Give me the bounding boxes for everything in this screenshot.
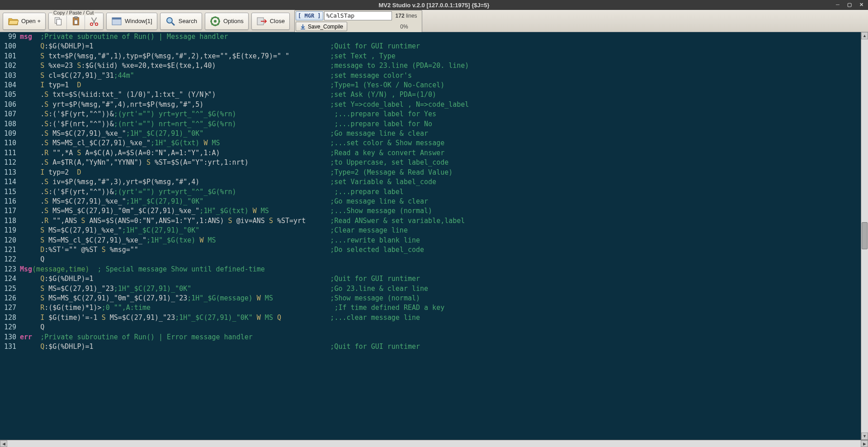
- code-line[interactable]: 109 .S MS=$C(27,91)_%xe_";1H"_$C(27,91)_…: [0, 129, 861, 138]
- svg-rect-8: [112, 18, 121, 19]
- code-line[interactable]: 115 .S:('$F(yrt,"^"))&;(yrt'="") yrt=yrt…: [0, 187, 861, 197]
- open-icon: [8, 16, 19, 27]
- close-label: Close: [270, 18, 285, 24]
- code-line[interactable]: 126 S MS=MS_$C(27,91)_"0m"_$C(27,91)_"23…: [0, 294, 861, 303]
- scroll-thumb[interactable]: [862, 222, 868, 249]
- search-button[interactable]: Search: [160, 13, 202, 30]
- line-number: 118: [0, 216, 20, 226]
- open-button[interactable]: Open +: [3, 13, 46, 30]
- line-number: 128: [0, 313, 20, 323]
- namespace-badge[interactable]: [ MGR ]: [296, 11, 323, 20]
- line-number: 117: [0, 206, 20, 216]
- svg-point-9: [167, 18, 172, 23]
- hscroll-track[interactable]: [7, 440, 861, 447]
- line-number: 122: [0, 255, 20, 264]
- line-number: 109: [0, 129, 20, 138]
- code-line[interactable]: 104 I typ=1 D ;Type=1 (Yes-OK / No-Cance…: [0, 81, 861, 90]
- search-icon: [165, 16, 176, 27]
- line-number: 100: [0, 42, 20, 51]
- code-line[interactable]: 125 S MS=$C(27,91)_"23;1H"_$C(27,91)_"0K…: [0, 284, 861, 294]
- paste-icon: [71, 16, 81, 26]
- line-number: 131: [0, 342, 20, 352]
- line-number: 114: [0, 177, 20, 187]
- line-number: 123: [0, 265, 20, 274]
- code-line[interactable]: 113 I typ=2 D ;Type=2 (Message & Read Va…: [0, 168, 861, 177]
- scroll-up-icon[interactable]: ▲: [861, 32, 868, 39]
- code-line[interactable]: 101 S txt=$P(%msg,"#",1),typ=$P(%msg,"#"…: [0, 52, 861, 61]
- line-number: 106: [0, 100, 20, 109]
- code-line[interactable]: 128 I $G(time)'=-1 S MS=$C(27,91)_"23;1H…: [0, 313, 861, 323]
- code-line[interactable]: 122 Q: [0, 255, 861, 264]
- code-line[interactable]: 106 .S yrt=$P(%msg,"#",4),nrt=$P(%msg,"#…: [0, 100, 861, 109]
- line-number: 105: [0, 90, 20, 100]
- svg-point-11: [214, 20, 217, 23]
- line-number: 120: [0, 236, 20, 245]
- copy-icon: [53, 16, 63, 26]
- svg-rect-4: [74, 20, 77, 24]
- code-line[interactable]: 131 Q:$G(%DHLP)=1 ;Quit for GUI runtimer: [0, 342, 861, 352]
- main-toolbar: Open + Window[1] Search Options Close [ …: [0, 10, 868, 32]
- save-compile-button[interactable]: Save_Compile: [296, 22, 347, 31]
- line-number: 101: [0, 52, 20, 61]
- line-number: 124: [0, 274, 20, 284]
- code-editor[interactable]: ↖ 99msg ;Private subroutine of Run() | M…: [0, 32, 861, 440]
- code-line[interactable]: 111 .R "",*A S A=$C(A),A=$S(A=0:"N",A=1:…: [0, 148, 861, 158]
- code-line[interactable]: 120 S MS=MS_cl_$C(27,91)_%xe_";1H"_$G(tx…: [0, 236, 861, 245]
- line-count: 172 lines: [396, 13, 422, 19]
- close-icon: [256, 16, 267, 27]
- open-label: Open +: [21, 18, 41, 24]
- scroll-down-icon[interactable]: ▼: [861, 433, 868, 440]
- line-number: 103: [0, 71, 20, 81]
- svg-rect-3: [74, 16, 77, 18]
- line-number: 110: [0, 138, 20, 148]
- code-line[interactable]: 103 S cl=$C(27,91)_"31;44m" ;set message…: [0, 71, 861, 81]
- save-icon: [300, 24, 306, 30]
- code-line[interactable]: 112 .S A=$TR(A,"YyNn","YYNN") S %ST=$S(A…: [0, 158, 861, 167]
- line-number: 116: [0, 197, 20, 206]
- window-icon: [111, 16, 122, 27]
- code-line[interactable]: 124 Q:$G(%DHLP)=1 ;Quit for GUI runtimer: [0, 274, 861, 284]
- close-button[interactable]: Close: [251, 13, 290, 30]
- line-number: 129: [0, 323, 20, 332]
- code-line[interactable]: 117 .S MS=MS_$C(27,91)_"0m"_$C(27,91)_%x…: [0, 206, 861, 216]
- options-button[interactable]: Options: [205, 13, 249, 30]
- line-number: 107: [0, 109, 20, 119]
- vertical-scrollbar[interactable]: ▲ ▼: [861, 32, 868, 440]
- code-line[interactable]: 110 .S MS=MS_cl_$C(27,91)_%xe_";1H"_$G(t…: [0, 138, 861, 148]
- code-line[interactable]: 116 .S MS=$C(27,91)_%xe_";1H"_$C(27,91)_…: [0, 197, 861, 206]
- close-window-icon[interactable]: ✕: [856, 0, 866, 9]
- code-line[interactable]: 100 Q:$G(%DHLP)=1 ;Quit for GUI runtimer: [0, 42, 861, 51]
- code-line[interactable]: 108 .S:('$F(nrt,"^"))&;(nrt'="") nrt=nrt…: [0, 119, 861, 129]
- routine-input[interactable]: [324, 11, 392, 20]
- line-number: 102: [0, 61, 20, 71]
- line-number: 126: [0, 294, 20, 303]
- scroll-right-icon[interactable]: ▶: [861, 440, 868, 447]
- code-line[interactable]: 105 .S txt=$S(%iid:txt_" (1/0)",1:txt_" …: [0, 90, 861, 100]
- code-line[interactable]: 107 .S:('$F(yrt,"^"))&;(yrt'="") yrt=yrt…: [0, 109, 861, 119]
- compile-progress: 0%: [400, 24, 421, 30]
- line-number: 104: [0, 81, 20, 90]
- code-line[interactable]: 119 S MS=$C(27,91)_%xe_";1H"_$C(27,91)_"…: [0, 226, 861, 235]
- window-button[interactable]: Window[1]: [106, 13, 157, 30]
- svg-rect-1: [57, 19, 61, 25]
- code-line[interactable]: 127 R:($G(time)*1)>;0 "",A:time ;If time…: [0, 303, 861, 313]
- line-number: 127: [0, 303, 20, 313]
- line-number: 111: [0, 148, 20, 158]
- app-title: MV2 Studio v.2.0 [127.0.0.1:1975] {$J=5}: [378, 2, 489, 9]
- code-line[interactable]: 114 .S iv=$P(%msg,"#",3),yrt=$P(%msg,"#"…: [0, 177, 861, 187]
- code-line[interactable]: 123Msg(message,time) ; Special message S…: [0, 265, 861, 274]
- code-line[interactable]: 121 D:%ST'="" @%ST S %msg="" ;Do selecte…: [0, 245, 861, 255]
- copy-paste-cut-label: Copy / Paste / Cut: [52, 10, 94, 15]
- line-number: 125: [0, 284, 20, 294]
- minimize-icon[interactable]: ─: [833, 0, 843, 9]
- scroll-left-icon[interactable]: ◀: [0, 440, 7, 447]
- horizontal-scrollbar[interactable]: ◀ ▶: [0, 440, 868, 447]
- options-icon: [210, 16, 221, 27]
- code-line[interactable]: 99msg ;Private subroutine of Run() | Mes…: [0, 32, 861, 42]
- code-line[interactable]: 129 Q: [0, 323, 861, 332]
- code-line[interactable]: 118 .R "",ANS S ANS=$S(ANS=0:"N",ANS=1:"…: [0, 216, 861, 226]
- svg-point-6: [95, 23, 98, 25]
- code-line[interactable]: 102 S %xe=23 S:$G(%iid) %xe=20,txe=$E(tx…: [0, 61, 861, 71]
- code-line[interactable]: 130err ;Private subroutine of Run() | Er…: [0, 333, 861, 342]
- maximize-icon[interactable]: ▢: [844, 0, 854, 9]
